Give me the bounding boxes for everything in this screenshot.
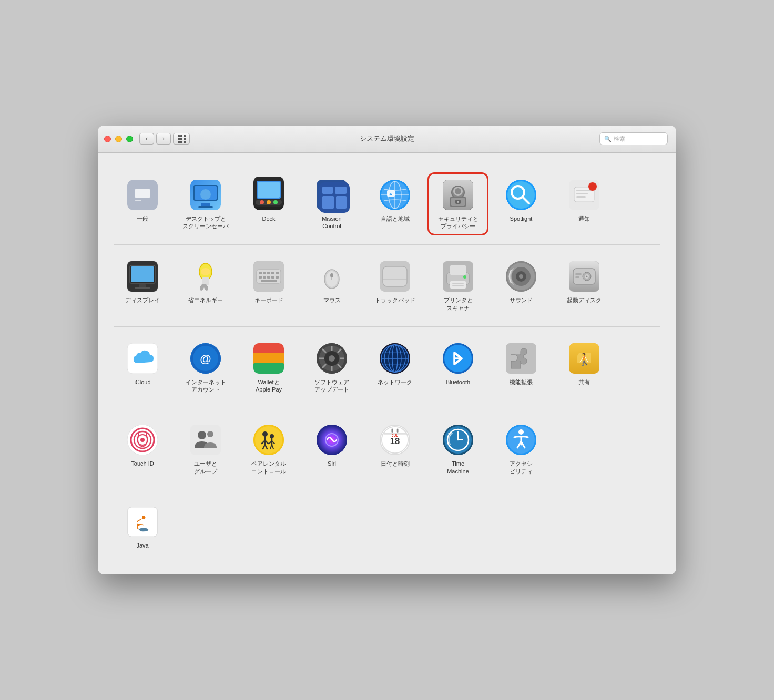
- pref-sharing[interactable]: ⚠ 🚶 共有: [555, 337, 613, 398]
- svg-text:@: @: [200, 352, 211, 365]
- trackpad-icon: [380, 261, 410, 292]
- pref-notification[interactable]: 通知: [555, 174, 613, 234]
- maximize-button[interactable]: [126, 136, 133, 142]
- pref-spotlight[interactable]: Spotlight: [492, 174, 550, 234]
- svg-rect-49: [131, 266, 154, 282]
- timemachine-icon: [443, 425, 473, 455]
- pref-language[interactable]: A 言語と地域: [366, 174, 424, 234]
- printer-icon-wrap: [441, 260, 475, 293]
- svg-rect-100: [253, 353, 284, 364]
- pref-mission[interactable]: MissionControl: [303, 174, 361, 234]
- notification-icon: [569, 180, 599, 210]
- section-row5: Java: [114, 490, 660, 564]
- notification-icon-wrap: [567, 178, 601, 212]
- svg-rect-17: [322, 187, 333, 194]
- pref-general[interactable]: 一般: [114, 174, 171, 234]
- forward-button[interactable]: ›: [156, 133, 171, 145]
- svg-rect-8: [198, 206, 213, 208]
- keyboard-label: キーボード: [254, 296, 283, 304]
- search-icon: 🔍: [604, 136, 612, 142]
- pref-accessibility[interactable]: アクセシビリティ: [492, 419, 550, 479]
- touchid-icon-wrap: [126, 423, 159, 457]
- pref-sound[interactable]: サウンド: [492, 255, 550, 316]
- network-label: ネットワーク: [378, 378, 412, 386]
- pref-keyboard[interactable]: キーボード: [240, 255, 298, 316]
- bluetooth-icon-wrap: [441, 342, 475, 375]
- pref-desktop[interactable]: デスクトップとスクリーンセーバ: [177, 174, 235, 234]
- preferences-content: 一般: [98, 153, 676, 575]
- spotlight-icon: [506, 180, 536, 210]
- network-icon-wrap: [378, 342, 412, 375]
- pref-trackpad[interactable]: トラックパッド: [366, 255, 424, 316]
- pref-mouse[interactable]: マウス: [303, 255, 361, 316]
- pref-startup[interactable]: 起動ディスク: [555, 255, 613, 316]
- pref-internet[interactable]: @ インターネットアカウント: [177, 337, 235, 398]
- display-icon: [127, 261, 158, 292]
- pref-icloud[interactable]: iCloud: [114, 337, 171, 398]
- siri-icon-wrap: [315, 423, 349, 457]
- svg-point-167: [518, 429, 524, 435]
- svg-point-136: [198, 431, 206, 439]
- back-button[interactable]: ‹: [139, 133, 154, 145]
- pref-java[interactable]: Java: [114, 501, 171, 553]
- users-icon-wrap: [189, 423, 222, 457]
- svg-point-15: [273, 200, 278, 204]
- timemachine-icon-wrap: [441, 423, 475, 457]
- pref-touchid[interactable]: Touch ID: [114, 419, 171, 479]
- pref-printer[interactable]: プリンタとスキャナ: [429, 255, 487, 316]
- mission-icon-wrap: [315, 178, 349, 212]
- java-icon: [127, 507, 158, 537]
- svg-rect-1: [135, 189, 150, 198]
- search-box[interactable]: 🔍 検索: [599, 132, 668, 145]
- software-icon: [317, 343, 347, 374]
- pref-users[interactable]: ユーザとグループ: [177, 419, 235, 479]
- pref-energy[interactable]: 省エネルギー: [177, 255, 235, 316]
- dock-icon-wrap: [252, 178, 286, 212]
- security-icon: [443, 180, 473, 210]
- pref-network[interactable]: ネットワーク: [366, 337, 424, 398]
- mission-icon: [317, 180, 347, 210]
- pref-bluetooth[interactable]: Bluetooth: [429, 337, 487, 398]
- touchid-label: Touch ID: [131, 460, 154, 467]
- extensions-label: 機能拡張: [510, 378, 533, 386]
- pref-extensions[interactable]: 機能拡張: [492, 337, 550, 398]
- svg-rect-156: [397, 429, 399, 433]
- network-icon: [380, 343, 410, 374]
- desktop-icon: [190, 180, 221, 210]
- pref-display[interactable]: ディスプレイ: [114, 255, 171, 316]
- minimize-button[interactable]: [115, 136, 122, 142]
- pref-wallet[interactable]: WalletとApple Pay: [240, 337, 298, 398]
- display-label: ディスプレイ: [125, 296, 160, 304]
- svg-rect-65: [271, 276, 274, 279]
- datetime-icon: JUL 18: [380, 425, 410, 455]
- general-icon: [127, 180, 158, 210]
- accessibility-icon-wrap: [504, 423, 538, 457]
- svg-rect-57: [259, 272, 262, 274]
- pref-siri[interactable]: Siri: [303, 419, 361, 479]
- svg-point-71: [330, 273, 333, 277]
- parental-icon-wrap: [252, 423, 286, 457]
- svg-rect-135: [190, 425, 221, 455]
- svg-rect-19: [322, 196, 334, 209]
- extensions-icon-wrap: [504, 342, 538, 375]
- pref-timemachine[interactable]: TimeMachine: [429, 419, 487, 479]
- section-row3: iCloud @ インターネットアカウント: [114, 327, 660, 409]
- bluetooth-label: Bluetooth: [446, 378, 470, 386]
- svg-point-137: [207, 431, 213, 437]
- security-icon-wrap: [441, 178, 475, 212]
- general-icon-wrap: [126, 178, 159, 212]
- internet-icon-wrap: @: [189, 342, 222, 375]
- pref-datetime[interactable]: JUL 18 日付と時刻: [366, 419, 424, 479]
- pref-parental[interactable]: ペアレンタルコントロール: [240, 419, 298, 479]
- grid-view-button[interactable]: [173, 133, 190, 145]
- users-label: ユーザとグループ: [194, 460, 217, 475]
- pref-software[interactable]: ソフトウェアアップデート: [303, 337, 361, 398]
- sound-label: サウンド: [510, 296, 533, 304]
- datetime-label: 日付と時刻: [381, 460, 410, 467]
- extensions-icon: [506, 343, 536, 374]
- pref-security[interactable]: セキュリティとプライバシー: [429, 174, 487, 234]
- keyboard-icon-wrap: [252, 260, 286, 293]
- language-label: 言語と地域: [381, 215, 410, 222]
- close-button[interactable]: [104, 136, 111, 142]
- pref-dock[interactable]: Dock: [240, 174, 298, 234]
